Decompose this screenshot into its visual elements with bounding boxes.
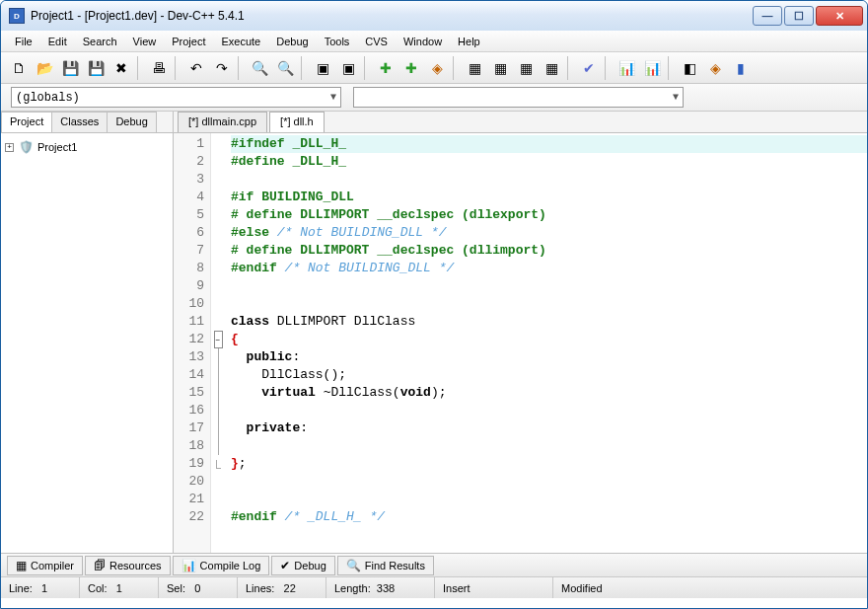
grid3-button[interactable]: ▦ — [514, 56, 538, 80]
close-file-button[interactable]: ✖ — [109, 56, 133, 80]
code-line[interactable]: public: — [231, 348, 867, 366]
check-button[interactable]: ✔ — [577, 56, 601, 80]
scope-value: (globals) — [16, 91, 80, 105]
scope-combo[interactable]: (globals) ▼ — [11, 87, 341, 108]
menu-cvs[interactable]: CVS — [357, 33, 396, 50]
tree-root-item[interactable]: + 🛡️ Project1 — [5, 139, 169, 155]
redo-button[interactable]: ↷ — [210, 56, 234, 80]
separator — [605, 56, 611, 80]
grid1-button[interactable]: ▦ — [463, 56, 486, 80]
menu-project[interactable]: Project — [164, 33, 213, 50]
goto-button[interactable]: ◧ — [678, 56, 701, 80]
code-line[interactable]: #if BUILDING_DLL — [231, 189, 867, 206]
menu-search[interactable]: Search — [75, 33, 125, 50]
project-name: Project1 — [37, 141, 77, 153]
code-line[interactable]: #endif /* _DLL_H_ */ — [231, 508, 867, 526]
compile-button[interactable]: ▣ — [311, 56, 334, 80]
find-button[interactable]: 🔍 — [248, 56, 271, 80]
code-line[interactable] — [231, 277, 867, 295]
code-line[interactable]: # define DLLIMPORT __declspec (dllexport… — [231, 206, 867, 224]
chart2-button[interactable]: 📊 — [640, 56, 664, 80]
code-line[interactable]: #define _DLL_H_ — [231, 153, 867, 171]
find-results-icon: 🔍 — [346, 559, 361, 572]
status-line: Line: 1 — [1, 577, 80, 598]
left-tab-debug[interactable]: Debug — [107, 112, 156, 132]
menu-debug[interactable]: Debug — [268, 33, 316, 50]
open-button[interactable]: 📂 — [33, 56, 56, 80]
bookmark-button[interactable]: ◈ — [703, 56, 727, 80]
menu-help[interactable]: Help — [450, 33, 488, 50]
fold-column: − — [211, 133, 225, 553]
project-tree[interactable]: + 🛡️ Project1 — [1, 133, 173, 553]
code-line[interactable]: # define DLLIMPORT __declspec (dllimport… — [231, 242, 867, 260]
resources-icon: 🗐 — [94, 559, 106, 572]
file-tabs: [*] dllmain.cpp[*] dll.h — [174, 112, 867, 133]
code-line[interactable]: #ifndef _DLL_H_ — [231, 135, 867, 153]
code-line[interactable]: }; — [231, 455, 867, 473]
grid4-button[interactable]: ▦ — [540, 56, 563, 80]
code-line[interactable]: { — [231, 331, 867, 348]
new-project-button[interactable]: ✚ — [374, 56, 398, 80]
run-button[interactable]: ▣ — [336, 56, 360, 80]
menu-file[interactable]: File — [7, 33, 40, 50]
bottom-tab-debug[interactable]: ✔Debug — [271, 556, 334, 575]
file-tab[interactable]: [*] dllmain.cpp — [178, 112, 267, 132]
separator — [175, 56, 181, 80]
code-line[interactable] — [231, 402, 867, 419]
minimize-button[interactable]: — — [753, 6, 782, 26]
menu-tools[interactable]: Tools — [317, 33, 358, 50]
separator — [137, 56, 143, 80]
compiler-icon: ▦ — [16, 559, 27, 572]
code-line[interactable]: private: — [231, 419, 867, 437]
new-file-button[interactable]: 🗋 — [7, 56, 31, 80]
code-line[interactable] — [231, 295, 867, 313]
replace-button[interactable]: 🔍 — [273, 56, 297, 80]
chart1-button[interactable]: 📊 — [615, 56, 638, 80]
separator — [238, 56, 244, 80]
code-line[interactable]: class DLLIMPORT DllClass — [231, 313, 867, 331]
code-line[interactable]: virtual ~DllClass(void); — [231, 384, 867, 402]
fold-toggle[interactable]: − — [214, 331, 223, 348]
add-file-button[interactable]: ✚ — [399, 56, 423, 80]
save-all-button[interactable]: 💾 — [84, 56, 108, 80]
bottom-tab-find-results[interactable]: 🔍Find Results — [337, 556, 434, 575]
separator — [364, 56, 370, 80]
status-lines: Lines: 22 — [238, 577, 326, 598]
menu-window[interactable]: Window — [396, 33, 450, 50]
code-editor[interactable]: 12345678910111213141516171819202122 − #i… — [174, 133, 867, 553]
code-lines[interactable]: #ifndef _DLL_H_#define _DLL_H_#if BUILDI… — [225, 133, 867, 553]
left-tab-classes[interactable]: Classes — [51, 112, 108, 132]
code-line[interactable] — [231, 491, 867, 508]
project-icon: 🛡️ — [18, 139, 34, 155]
editor-area: [*] dllmain.cpp[*] dll.h 123456789101112… — [174, 112, 867, 553]
code-line[interactable] — [231, 437, 867, 455]
combo-row: (globals) ▼ ▼ — [1, 84, 867, 112]
print-button[interactable]: 🖶 — [147, 56, 171, 80]
code-line[interactable] — [231, 171, 867, 189]
help-button[interactable]: ▮ — [729, 56, 753, 80]
remove-file-button[interactable]: ◈ — [425, 56, 449, 80]
member-combo[interactable]: ▼ — [353, 87, 684, 108]
chevron-down-icon: ▼ — [330, 92, 336, 103]
close-button[interactable]: ✕ — [816, 6, 863, 26]
bottom-tab-compile-log[interactable]: 📊Compile Log — [173, 556, 270, 575]
menu-view[interactable]: View — [125, 33, 165, 50]
grid2-button[interactable]: ▦ — [488, 56, 512, 80]
window-title: Project1 - [Project1.dev] - Dev-C++ 5.4.… — [31, 9, 753, 23]
bottom-tab-resources[interactable]: 🗐Resources — [85, 556, 171, 575]
maximize-button[interactable]: ☐ — [784, 6, 814, 26]
separator — [453, 56, 459, 80]
code-line[interactable]: DllClass(); — [231, 366, 867, 384]
menu-edit[interactable]: Edit — [40, 33, 75, 50]
code-line[interactable]: #else /* Not BUILDING_DLL */ — [231, 224, 867, 242]
left-tab-project[interactable]: Project — [1, 112, 52, 132]
separator — [668, 56, 674, 80]
code-line[interactable]: #endif /* Not BUILDING_DLL */ — [231, 260, 867, 277]
bottom-tab-compiler[interactable]: ▦Compiler — [7, 556, 83, 575]
expand-icon[interactable]: + — [5, 143, 14, 152]
save-button[interactable]: 💾 — [58, 56, 82, 80]
undo-button[interactable]: ↶ — [184, 56, 208, 80]
menu-execute[interactable]: Execute — [213, 33, 268, 50]
file-tab[interactable]: [*] dll.h — [269, 112, 325, 132]
code-line[interactable] — [231, 473, 867, 491]
